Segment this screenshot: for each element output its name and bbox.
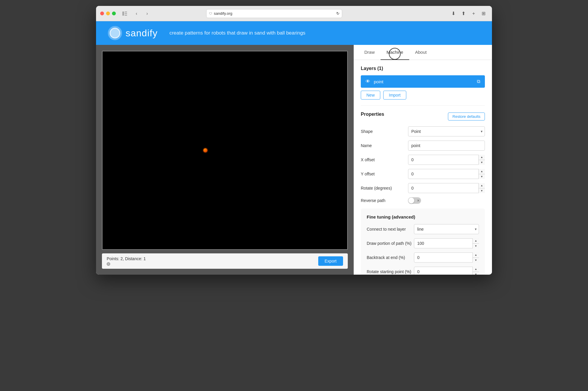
minimize-button[interactable] — [106, 12, 110, 15]
logo-container: sandify — [108, 26, 157, 40]
properties-section: Properties Restore defaults Shape Point — [361, 105, 485, 204]
export-button[interactable]: Export — [318, 256, 343, 266]
canvas-status-text: Points: 2, Distance: 1 — [107, 256, 146, 261]
tabs-overview-icon[interactable]: ⊞ — [480, 9, 488, 18]
backtrack-input-wrapper: ▲ ▼ — [414, 252, 479, 263]
forward-button[interactable]: › — [143, 9, 151, 18]
canvas-dot — [203, 148, 207, 152]
y-offset-up-icon[interactable]: ▲ — [479, 169, 485, 174]
app-title: sandify — [126, 28, 157, 39]
backtrack-down-icon[interactable]: ▼ — [473, 258, 479, 263]
eye-icon: 👁 — [366, 79, 370, 84]
app-main: Points: 2, Distance: 1 Export Draw Machi… — [96, 45, 492, 275]
x-offset-row: X offset ▲ ▼ — [361, 155, 485, 165]
draw-portion-down-icon[interactable]: ▼ — [473, 244, 479, 249]
name-input[interactable] — [408, 141, 485, 151]
backtrack-input[interactable] — [414, 252, 479, 263]
backtrack-up-icon[interactable]: ▲ — [473, 252, 479, 258]
logo-inner — [110, 28, 120, 38]
draw-portion-control: ▲ ▼ — [414, 238, 479, 248]
svg-rect-1 — [125, 12, 127, 12]
rotate-input[interactable] — [408, 183, 485, 193]
logo-icon — [108, 26, 122, 40]
app-subtitle: create patterns for robots that draw in … — [169, 30, 305, 36]
app-container: sandify create patterns for robots that … — [96, 21, 492, 275]
tab-machine[interactable]: Machine — [381, 45, 409, 60]
x-offset-down-icon[interactable]: ▼ — [479, 160, 485, 165]
tab-about[interactable]: About — [409, 45, 433, 60]
x-offset-label: X offset — [361, 157, 408, 162]
reverse-path-row: Reverse path ✕ — [361, 197, 485, 204]
draw-portion-up-icon[interactable]: ▲ — [473, 238, 479, 244]
rotate-start-label: Rotate starting point (%) — [367, 269, 414, 274]
connect-control: line ▾ — [414, 224, 479, 234]
back-button[interactable]: ‹ — [132, 9, 141, 18]
rotate-start-up-icon[interactable]: ▲ — [473, 267, 479, 272]
properties-header: Properties Restore defaults — [361, 112, 485, 121]
shape-select[interactable]: Point — [408, 126, 485, 136]
restore-defaults-button[interactable]: Restore defaults — [448, 113, 485, 120]
x-offset-spinners: ▲ ▼ — [478, 155, 485, 165]
backtrack-row: Backtrack at end (%) ▲ ▼ — [367, 252, 479, 263]
properties-title: Properties — [361, 112, 384, 117]
new-layer-button[interactable]: New — [361, 91, 380, 100]
traffic-lights — [100, 12, 116, 15]
y-offset-input-wrapper: ▲ ▼ — [408, 169, 485, 179]
close-button[interactable] — [100, 12, 104, 15]
connect-label: Connect to next layer — [367, 227, 414, 232]
reload-icon[interactable]: ↻ — [336, 11, 340, 16]
rotate-up-icon[interactable]: ▲ — [479, 183, 485, 188]
fullscreen-button[interactable] — [112, 12, 116, 15]
layers-section: Layers (1) 👁 point ⧉ New Import — [361, 66, 485, 100]
backtrack-control: ▲ ▼ — [414, 252, 479, 263]
shape-label: Shape — [361, 129, 408, 134]
x-offset-control: ▲ ▼ — [408, 155, 485, 165]
layers-title: Layers (1) — [361, 66, 485, 71]
toggle-knob — [408, 198, 414, 203]
rotate-down-icon[interactable]: ▼ — [479, 188, 485, 193]
draw-portion-input-wrapper: ▲ ▼ — [414, 238, 479, 248]
rotate-start-spinners: ▲ ▼ — [472, 267, 479, 275]
rotate-start-input[interactable] — [414, 267, 479, 275]
rotate-label: Rotate (degrees) — [361, 186, 408, 190]
x-offset-up-icon[interactable]: ▲ — [479, 155, 485, 160]
address-bar[interactable]: 🛡 sandify.org ↻ — [206, 9, 342, 18]
add-tab-icon[interactable]: + — [470, 9, 478, 18]
reverse-path-label: Reverse path — [361, 198, 408, 203]
rotate-control: ▲ ▼ — [408, 183, 485, 193]
shape-control: Point ▾ — [408, 126, 485, 136]
rotate-start-down-icon[interactable]: ▼ — [473, 272, 479, 275]
rotate-row: Rotate (degrees) ▲ ▼ — [361, 183, 485, 193]
rotate-start-row: Rotate starting point (%) ▲ ▼ — [367, 267, 479, 275]
progress-dot — [107, 262, 110, 266]
svg-rect-0 — [122, 12, 124, 16]
y-offset-input[interactable] — [408, 169, 485, 179]
right-panel: Draw Machine About Layers (1) 👁 point ⧉ — [354, 45, 492, 275]
import-layer-button[interactable]: Import — [383, 91, 406, 100]
reverse-path-toggle[interactable]: ✕ — [408, 197, 421, 204]
reverse-path-control: ✕ — [408, 197, 485, 204]
canvas-wrapper[interactable] — [102, 51, 348, 250]
share-icon[interactable]: ⬆ — [459, 9, 468, 18]
browser-actions: ⬇ ⬆ + ⊞ — [449, 9, 488, 18]
download-icon[interactable]: ⬇ — [449, 9, 458, 18]
lock-icon: 🛡 — [209, 12, 212, 15]
layer-name: point — [374, 79, 473, 84]
tab-draw[interactable]: Draw — [358, 45, 381, 60]
x-offset-input-wrapper: ▲ ▼ — [408, 155, 485, 165]
shape-row: Shape Point ▾ — [361, 126, 485, 136]
y-offset-down-icon[interactable]: ▼ — [479, 174, 485, 179]
connect-select[interactable]: line — [414, 224, 479, 234]
copy-layer-icon[interactable]: ⧉ — [477, 79, 480, 84]
name-label: Name — [361, 143, 408, 148]
layers-buttons: New Import — [361, 91, 485, 100]
toggle-x-icon: ✕ — [417, 199, 420, 203]
rotate-spinners: ▲ ▼ — [478, 183, 485, 193]
draw-portion-input[interactable] — [414, 238, 479, 248]
x-offset-input[interactable] — [408, 155, 485, 165]
layer-item[interactable]: 👁 point ⧉ — [361, 75, 485, 88]
backtrack-spinners: ▲ ▼ — [472, 252, 479, 263]
rotate-input-wrapper: ▲ ▼ — [408, 183, 485, 193]
sidebar-toggle-icon[interactable] — [121, 9, 129, 18]
canvas-area: Points: 2, Distance: 1 Export — [96, 45, 354, 275]
